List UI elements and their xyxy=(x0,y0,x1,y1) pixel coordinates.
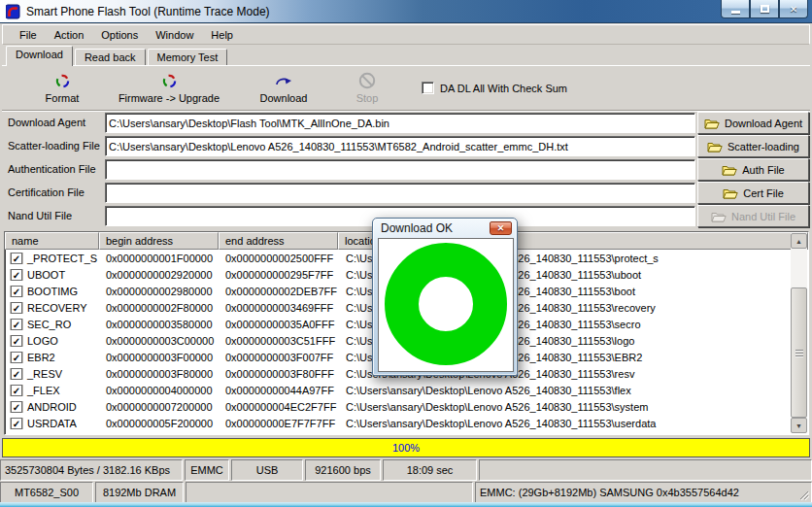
end-address: 0x0000000003F007FF xyxy=(219,352,338,363)
cert-file-input[interactable] xyxy=(105,183,695,203)
partition-name: _PROTECT_S xyxy=(27,253,97,264)
window-title: Smart Phone Flash Tool (Runtime Trace Mo… xyxy=(26,5,270,18)
status-dram: 8192Mb DRAM xyxy=(95,482,184,503)
row-checkbox-checked[interactable] xyxy=(11,302,22,314)
column-header-begin-address[interactable]: begin address xyxy=(99,232,219,250)
auth-file-browse-label: Auth File xyxy=(742,164,784,176)
download-arrow-icon xyxy=(233,72,334,89)
menu-help[interactable]: Help xyxy=(202,27,242,43)
auth-file-browse-button[interactable]: Auth File xyxy=(697,158,809,181)
scatter-file-label: Scatter-loading File xyxy=(8,140,100,152)
cert-file-browse-label: Cert File xyxy=(743,187,784,199)
begin-address: 0x0000000002980000 xyxy=(99,286,219,297)
maximize-icon xyxy=(761,5,769,13)
scatter-loading-browse-label: Scatter-loading xyxy=(727,141,799,152)
menu-options[interactable]: Options xyxy=(92,27,147,43)
partition-name: _FLEX xyxy=(27,385,60,396)
end-address: 0x00000000035A0FFF xyxy=(219,319,338,330)
download-agent-browse-button[interactable]: Download Agent xyxy=(697,112,809,134)
row-checkbox-checked[interactable] xyxy=(11,352,22,363)
minimize-button[interactable] xyxy=(721,0,750,18)
end-address: 0x000000004EC2F7FF xyxy=(219,401,338,413)
nand-util-file-label: Nand Util File xyxy=(8,210,72,221)
menu-bar: File Action Options Window Help xyxy=(2,24,810,45)
tab-memory-test[interactable]: Memory Test xyxy=(148,49,228,66)
scatter-file-input[interactable] xyxy=(105,136,695,156)
stop-button: Stop xyxy=(340,72,394,104)
end-address: 0x000000000295F7FF xyxy=(219,269,338,281)
close-icon: ✕ xyxy=(790,4,797,15)
column-header-end-address[interactable]: end address xyxy=(219,232,338,250)
row-checkbox-checked[interactable] xyxy=(11,286,22,297)
app-icon xyxy=(6,4,21,19)
row-checkbox-checked[interactable] xyxy=(11,319,22,330)
firmware-upgrade-button[interactable]: Firmware -> Upgrade xyxy=(105,72,233,104)
nand-util-browse-button: Nand Util File xyxy=(697,205,809,227)
scroll-up-icon[interactable]: ▲ xyxy=(791,233,807,249)
row-checkbox-checked[interactable] xyxy=(11,253,22,264)
cert-file-browse-button[interactable]: Cert File xyxy=(697,182,809,204)
dialog-close-button[interactable]: ✕ xyxy=(490,221,512,235)
end-address: 0x0000000002500FFF xyxy=(219,253,338,264)
status-chipset: MT6582_S00 xyxy=(0,482,93,503)
table-row[interactable]: ANDROID 0x0000000007200000 0x000000004EC… xyxy=(5,398,808,415)
end-address: 0x0000000002DEB7FF xyxy=(219,286,338,297)
scrollbar-grip xyxy=(795,350,803,357)
download-agent-label: Download Agent xyxy=(8,117,85,128)
progress-bar: 100% xyxy=(2,438,810,457)
table-row[interactable]: _FLEX 0x0000000004000000 0x00000000044A9… xyxy=(5,382,808,398)
partition-name: EBR2 xyxy=(27,352,55,363)
scroll-down-icon[interactable]: ▼ xyxy=(791,418,807,433)
da-dl-checksum-group[interactable]: DA DL All With Check Sum xyxy=(422,82,567,94)
row-checkbox-checked[interactable] xyxy=(11,368,22,380)
scrollbar-thumb[interactable] xyxy=(791,287,807,418)
row-checkbox-checked[interactable] xyxy=(11,335,22,347)
resize-grip-icon[interactable] xyxy=(797,489,809,500)
status-storage-type: EMMC xyxy=(185,459,229,481)
auth-file-input[interactable] xyxy=(105,159,695,180)
window-bottom-border xyxy=(0,502,812,507)
format-label: Format xyxy=(19,92,105,104)
download-button[interactable]: Download xyxy=(233,72,334,104)
begin-address: 0x0000000004000000 xyxy=(99,385,219,396)
partition-name: BOOTIMG xyxy=(27,286,78,297)
partition-name: SEC_RO xyxy=(27,319,71,330)
close-button[interactable]: ✕ xyxy=(779,0,808,18)
end-address: 0x0000000003F80FFF xyxy=(219,368,338,380)
folder-icon xyxy=(704,118,720,129)
column-header-name[interactable]: name xyxy=(5,232,99,250)
row-checkbox-checked[interactable] xyxy=(11,418,22,429)
menu-action[interactable]: Action xyxy=(46,27,93,43)
firmware-recycle-icon xyxy=(105,72,233,89)
tab-read-back[interactable]: Read back xyxy=(75,49,146,66)
row-checkbox-checked[interactable] xyxy=(11,269,22,281)
da-dl-checksum-checkbox[interactable] xyxy=(422,82,434,94)
begin-address: 0x0000000003F00000 xyxy=(99,352,219,363)
row-checkbox-checked[interactable] xyxy=(11,385,22,396)
status-connection: USB xyxy=(231,459,303,481)
status-emmc-text: EMMC: (29Gb+8192Mb) SAMSUNG 0x4b3557564d… xyxy=(480,487,739,498)
menu-window[interactable]: Window xyxy=(147,27,202,43)
maximize-button[interactable] xyxy=(750,0,779,18)
download-agent-input[interactable] xyxy=(105,113,695,133)
scatter-loading-browse-button[interactable]: Scatter-loading xyxy=(697,135,809,157)
location-path: C:\Users\ansary\Desktop\Lenovo A526_1408… xyxy=(338,385,808,396)
download-ok-dialog: Download OK ✕ xyxy=(372,218,518,376)
folder-icon xyxy=(707,141,723,152)
table-row[interactable]: USRDATA 0x000000005F200000 0x00000000E7F… xyxy=(5,415,808,431)
cert-file-label: Certification File xyxy=(8,186,85,198)
begin-address: 0x0000000003C00000 xyxy=(99,335,219,347)
tab-download[interactable]: Download xyxy=(6,46,73,66)
tab-strip: Download Read back Memory Test xyxy=(2,46,810,66)
stop-icon xyxy=(340,72,394,89)
format-button[interactable]: Format xyxy=(19,72,105,104)
download-label: Download xyxy=(233,92,334,104)
begin-address: 0x0000000007200000 xyxy=(99,401,219,413)
begin-address: 0x0000000001F00000 xyxy=(99,253,219,264)
auth-file-label: Authentication File xyxy=(8,163,96,175)
progress-percent: 100% xyxy=(392,442,420,454)
row-checkbox-checked[interactable] xyxy=(11,401,22,413)
table-scrollbar[interactable]: ▲ ▼ xyxy=(791,233,807,433)
menu-file[interactable]: File xyxy=(11,27,46,43)
partition-name: RECOVERY xyxy=(27,302,87,314)
